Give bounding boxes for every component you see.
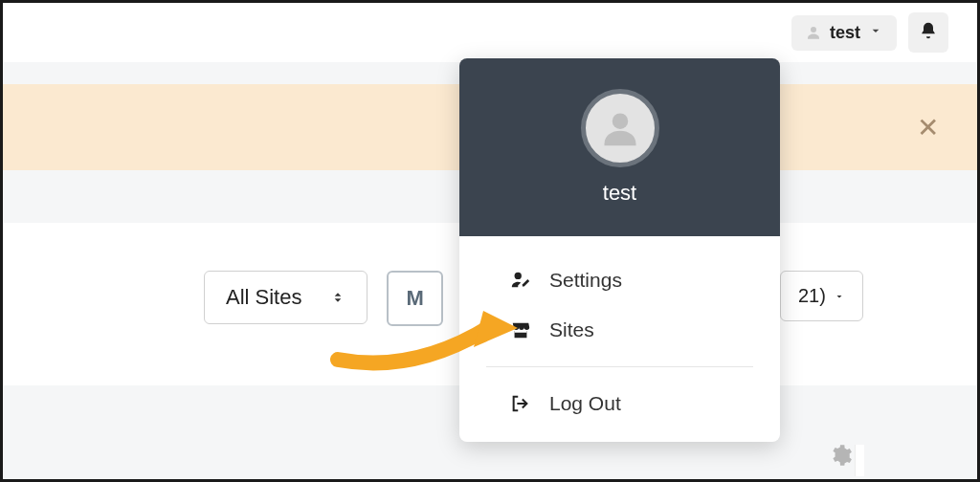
menu-item-logout[interactable]: Log Out — [459, 379, 780, 438]
date-select-text: 21) — [798, 285, 826, 307]
menu-divider — [486, 366, 753, 367]
dropdown-header: test — [459, 58, 780, 236]
avatar — [581, 89, 659, 167]
bell-icon — [919, 21, 938, 44]
scrollbar-stub — [855, 445, 864, 476]
notifications-button[interactable] — [908, 12, 948, 53]
dropdown-username: test — [603, 181, 636, 206]
svg-point-2 — [515, 273, 522, 279]
close-icon[interactable]: ✕ — [917, 112, 939, 143]
site-select-label: All Sites — [226, 285, 301, 310]
chevron-down-icon — [868, 23, 883, 42]
user-dropdown: test Settings Sites Log Out — [459, 58, 780, 442]
filter-button-partial[interactable]: M — [387, 271, 442, 326]
site-select[interactable]: All Sites — [204, 271, 368, 324]
user-icon — [805, 24, 822, 41]
user-edit-icon — [509, 270, 532, 291]
menu-label: Settings — [549, 269, 622, 292]
username-label: test — [830, 23, 860, 43]
menu-label: Log Out — [549, 392, 621, 415]
svg-rect-3 — [515, 331, 527, 333]
menu-item-settings[interactable]: Settings — [459, 255, 780, 305]
menu-label: Sites — [549, 318, 594, 341]
store-icon — [509, 319, 532, 340]
dropdown-body: Settings Sites Log Out — [459, 236, 780, 442]
user-menu-trigger[interactable]: test — [791, 15, 897, 51]
date-select-partial[interactable]: 21) — [780, 271, 863, 321]
filter-button-label: M — [406, 286, 423, 310]
top-toolbar: test — [3, 3, 977, 62]
logout-icon — [509, 393, 532, 414]
app-frame: test ✕ All Sites M 21) — [0, 0, 980, 482]
sort-icon — [330, 287, 345, 308]
menu-item-sites[interactable]: Sites — [459, 305, 780, 355]
svg-point-1 — [612, 113, 628, 129]
svg-point-0 — [811, 27, 816, 33]
caret-down-icon — [834, 285, 845, 307]
gear-icon[interactable] — [828, 443, 853, 471]
